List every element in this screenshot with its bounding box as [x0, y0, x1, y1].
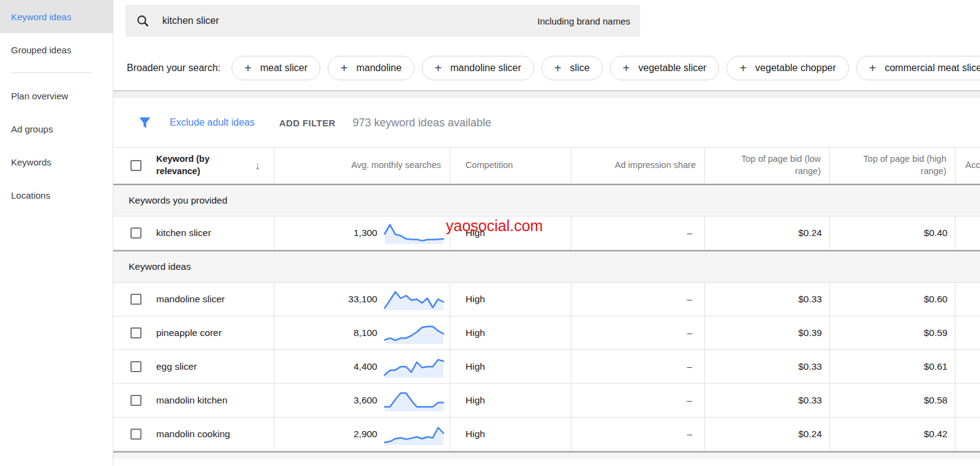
ad-impression-share-cell: – [571, 216, 705, 250]
chip-label: mandoline slicer [450, 63, 521, 74]
trend-sparkline-chart [383, 288, 445, 311]
sidebar: Keyword ideasGrouped ideasPlan overviewA… [0, 0, 113, 466]
ad-impression-share-cell: – [571, 316, 705, 350]
keyword-count-text: 973 keyword ideas available [353, 116, 491, 129]
account-cell [956, 283, 980, 316]
plus-icon: + [554, 61, 562, 75]
trend-sparkline-chart [383, 355, 445, 378]
table-row-egg-slicer: egg slicer4,400High–$0.33$0.61 [113, 350, 980, 384]
broaden-chip-mandoline[interactable]: +mandoline [328, 56, 415, 80]
sidebar-item-keyword-ideas[interactable]: Keyword ideas [0, 0, 113, 33]
column-header-ad-impression-share[interactable]: Ad impression share [571, 148, 705, 183]
main-content: kitchen slicer Including brand names Bro… [113, 0, 980, 466]
sidebar-item-keywords[interactable]: Keywords [0, 145, 113, 178]
top-bid-low-cell: $0.39 [705, 316, 830, 350]
sidebar-item-ad-groups[interactable]: Ad groups [0, 112, 113, 145]
broaden-chip-vegetable-chopper[interactable]: +vegetable chopper [726, 56, 848, 80]
competition-cell: High [450, 418, 571, 451]
row-checkbox[interactable] [130, 294, 141, 305]
keyword-cell: mandolin cooking [113, 418, 274, 451]
top-bid-high-cell: $0.58 [830, 384, 956, 417]
table-row-mandolin-cooking: mandolin cooking2,900High–$0.24$0.42 [113, 418, 980, 451]
column-header-avg-monthly-searches[interactable]: Avg. monthly searches [274, 148, 450, 183]
account-cell [956, 216, 980, 250]
column-header-competition[interactable]: Competition [450, 148, 571, 183]
broaden-chip-commercial-meat-slicer[interactable]: +commercial meat slicer [856, 56, 980, 80]
search-volume: 1,300 [353, 227, 377, 239]
top-bid-high-cell: $0.60 [830, 283, 956, 316]
top-bid-high-cell: $0.40 [830, 216, 956, 250]
sidebar-item-locations[interactable]: Locations [0, 178, 113, 212]
top-bid-high-cell: $0.42 [830, 418, 956, 451]
table-row-mandolin-kitchen: mandolin kitchen3,600High–$0.33$0.58 [113, 384, 980, 418]
plus-icon: + [739, 61, 747, 75]
plus-icon: + [435, 61, 442, 75]
keyword-text: pineapple corer [156, 327, 222, 338]
avg-monthly-searches-cell: 1,300 [274, 216, 450, 250]
search-query[interactable]: kitchen slicer [162, 15, 219, 26]
keyword-cell: pineapple corer [113, 316, 274, 350]
exclude-adult-ideas-link[interactable]: Exclude adult ideas [170, 117, 255, 128]
next-section-edge [113, 451, 980, 459]
ad-impression-share-cell: – [571, 384, 705, 417]
section-header-keywords-you-provided: Keywords you provided [113, 184, 980, 216]
ad-impression-share-cell: – [571, 418, 705, 451]
plus-icon: + [244, 61, 252, 75]
top-bid-low-cell: $0.24 [705, 216, 830, 250]
row-checkbox[interactable] [130, 361, 141, 372]
row-checkbox[interactable] [130, 429, 141, 440]
account-cell [956, 384, 980, 417]
keyword-cell: kitchen slicer [113, 216, 274, 250]
row-checkbox[interactable] [130, 395, 141, 406]
chip-label: mandoline [356, 63, 402, 74]
avg-monthly-searches-cell: 8,100 [274, 316, 450, 350]
column-header-account-truncated[interactable]: Acc [956, 148, 980, 183]
column-header-top-bid-high[interactable]: Top of page bid (high range) [830, 148, 956, 183]
sort-descending-icon[interactable]: ↓ [255, 158, 274, 173]
account-cell [956, 316, 980, 350]
table-row-mandoline-slicer: mandoline slicer33,100High–$0.33$0.60 [113, 283, 980, 316]
trend-sparkline-chart [383, 422, 445, 446]
table-row-kitchen-slicer: kitchen slicer1,300High–$0.24$0.40 [113, 216, 980, 250]
broaden-chips: +meat slicer+mandoline+mandoline slicer+… [232, 56, 980, 80]
search-icon [137, 15, 149, 27]
account-cell [956, 418, 980, 451]
plus-icon: + [869, 61, 876, 75]
trend-sparkline-chart [383, 389, 445, 412]
column-header-keyword[interactable]: Keyword (by relevance) ↓ [113, 148, 274, 183]
broaden-search-row: Broaden your search: +meat slicer+mandol… [127, 54, 980, 82]
chip-label: vegetable chopper [755, 63, 836, 74]
avg-monthly-searches-cell: 3,600 [274, 384, 450, 417]
column-header-top-bid-low[interactable]: Top of page bid (low range) [705, 148, 830, 183]
chip-label: slice [570, 63, 590, 74]
competition-cell: High [450, 384, 571, 417]
broaden-chip-slice[interactable]: +slice [541, 56, 603, 80]
keyword-search-bar[interactable]: kitchen slicer Including brand names [126, 5, 640, 37]
row-checkbox[interactable] [130, 227, 141, 239]
top-bid-low-cell: $0.33 [705, 350, 830, 383]
keyword-cell: mandoline slicer [113, 283, 274, 316]
top-bid-high-cell: $0.61 [830, 350, 956, 383]
keyword-planner-app: Keyword ideasGrouped ideasPlan overviewA… [0, 0, 980, 466]
top-bid-low-cell: $0.33 [705, 283, 830, 316]
trend-sparkline-chart [383, 221, 445, 245]
competition-cell: High [450, 283, 571, 316]
broaden-chip-mandoline-slicer[interactable]: +mandoline slicer [422, 56, 534, 80]
table-row-pineapple-corer: pineapple corer8,100High–$0.39$0.59 [113, 316, 980, 350]
sidebar-item-plan-overview[interactable]: Plan overview [0, 79, 113, 112]
keyword-text: mandolin kitchen [156, 395, 227, 406]
avg-monthly-searches-cell: 33,100 [274, 283, 450, 316]
account-cell [956, 350, 980, 383]
table-body: Keywords you providedkitchen slicer1,300… [113, 184, 980, 451]
keyword-cell: mandolin kitchen [113, 384, 274, 417]
add-filter-button[interactable]: ADD FILTER [279, 118, 336, 128]
keyword-text: kitchen slicer [156, 227, 211, 239]
filter-funnel-icon[interactable] [138, 116, 151, 129]
select-all-checkbox[interactable] [130, 160, 141, 171]
row-checkbox[interactable] [130, 327, 141, 338]
sidebar-item-grouped-ideas[interactable]: Grouped ideas [0, 33, 113, 66]
broaden-chip-vegetable-slicer[interactable]: +vegetable slicer [610, 56, 720, 80]
keyword-cell: egg slicer [113, 350, 274, 383]
top-bid-high-cell: $0.59 [830, 316, 956, 350]
broaden-chip-meat-slicer[interactable]: +meat slicer [232, 56, 320, 80]
